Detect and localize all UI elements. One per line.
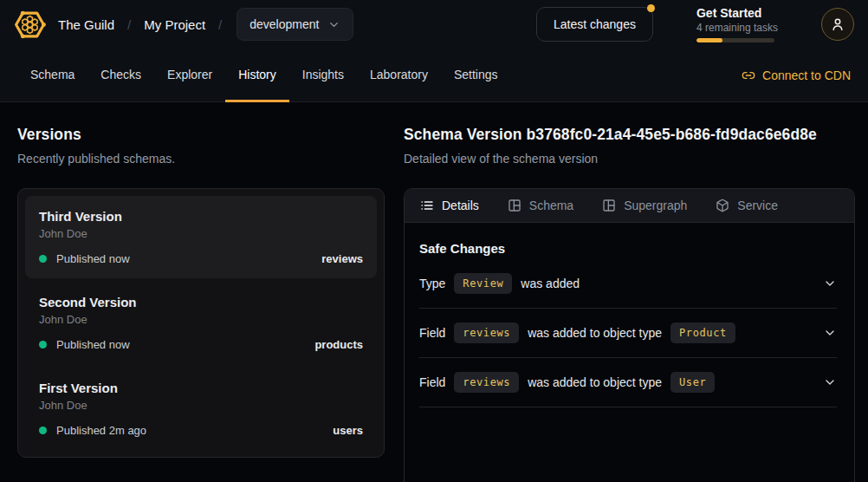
published-status-text: Published 2m ago [56,424,146,437]
schema-version-subtitle: Detailed view of the schema version [404,152,855,166]
schema-change-description: Fieldreviewswas added to object typeUser [419,372,715,393]
versions-subtitle: Recently published schemas. [17,152,385,166]
schema-version-panel: DetailsSchemaSupergraphService Safe Chan… [404,188,855,482]
version-name: Second Version [39,295,363,309]
nav-tab-history[interactable]: History [225,49,289,102]
version-item[interactable]: Third VersionJohn DoePublished nowreview… [25,196,377,278]
code-badge: reviews [454,372,519,393]
top-bar: The Guild / My Project / development Lat… [0,0,868,49]
nav-tab-schema[interactable]: Schema [17,49,87,102]
user-icon [830,16,845,32]
published-status-text: Published now [56,338,130,351]
version-item[interactable]: First VersionJohn DoePublished 2m agouse… [25,368,377,450]
link-icon [742,68,755,82]
notification-dot-icon [647,4,655,12]
progress-fill [696,38,722,42]
published-status-dot-icon [39,341,47,348]
version-status: Published 2m ago [39,424,146,437]
nav-tabs: SchemaChecksExplorerHistoryInsightsLabor… [17,49,511,101]
chevron-down-icon[interactable] [823,277,837,290]
version-meta: Published nowproducts [39,338,363,351]
panels-icon [602,199,616,212]
detail-tab-supergraph[interactable]: Supergraph [602,199,687,212]
published-status-dot-icon [39,427,47,434]
change-list: TypeReviewwas addedFieldreviewswas added… [419,259,837,407]
schema-version-title: Schema Version b3768fc0-21a4-45e5-b686-f… [404,126,855,144]
progress-bar [696,38,774,42]
hive-logo-icon[interactable] [14,9,46,41]
version-list: Third VersionJohn DoePublished nowreview… [17,188,385,458]
published-status-dot-icon [39,255,47,263]
get-started-widget[interactable]: Get Started 4 remaining tasks [696,6,778,42]
code-badge: User [670,372,715,393]
schema-change-description: Fieldreviewswas added to object typeProd… [419,322,735,343]
detail-tab-details[interactable]: Details [420,199,479,212]
version-service-name: reviews [321,252,363,265]
chevron-down-icon[interactable] [823,326,837,340]
change-text: Type [419,277,445,290]
panels-icon [508,199,521,212]
versions-column: Versions Recently published schemas. Thi… [17,126,385,482]
version-status: Published now [39,252,130,265]
version-item[interactable]: Second VersionJohn DoePublished nowprodu… [25,282,377,364]
change-text: Field [419,326,445,340]
breadcrumb-project[interactable]: My Project [144,17,205,32]
schema-change-row[interactable]: Fieldreviewswas added to object typeProd… [419,309,837,358]
detail-tab-schema[interactable]: Schema [508,199,573,212]
detail-body: Safe Changes TypeReviewwas addedFieldrev… [405,223,854,407]
versions-title: Versions [17,126,385,144]
version-name: Third Version [39,209,363,224]
schema-change-row[interactable]: TypeReviewwas added [419,259,837,309]
version-name: First Version [39,381,363,395]
change-text: was added [521,277,580,290]
detail-tab-label: Schema [529,199,573,212]
detail-tab-label: Supergraph [624,199,687,212]
breadcrumb-separator: / [218,17,222,32]
version-author: John Doe [39,227,363,240]
code-badge: reviews [454,322,519,343]
nav-tab-settings[interactable]: Settings [441,49,511,102]
safe-changes-title: Safe Changes [419,241,837,256]
version-author: John Doe [39,313,363,326]
chevron-down-icon [327,18,340,31]
breadcrumb-org[interactable]: The Guild [58,17,114,32]
breadcrumb: The Guild / My Project / development [58,8,353,41]
latest-changes-label: Latest changes [554,17,636,31]
schema-version-column: Schema Version b3768fc0-21a4-45e5-b686-f… [404,126,855,482]
version-meta: Published 2m agousers [39,424,363,437]
get-started-title: Get Started [696,6,778,20]
change-text: was added to object type [528,375,662,389]
code-badge: Review [454,273,512,294]
version-service-name: products [314,338,363,351]
header-right: Latest changes Get Started 4 remaining t… [536,6,854,42]
code-badge: Product [670,322,735,343]
chevron-down-icon[interactable] [823,375,837,389]
version-status: Published now [39,338,130,351]
version-service-name: users [333,424,363,437]
main-nav: SchemaChecksExplorerHistoryInsightsLabor… [0,49,868,102]
breadcrumb-separator: / [127,17,131,32]
version-meta: Published nowreviews [39,252,363,265]
user-avatar[interactable] [821,8,854,41]
schema-change-row[interactable]: Fieldreviewswas added to object typeUser [419,358,837,407]
nav-tab-checks[interactable]: Checks [87,49,154,102]
published-status-text: Published now [56,252,130,265]
nav-tab-insights[interactable]: Insights [289,49,357,102]
hive-app: The Guild / My Project / development Lat… [0,0,868,482]
detail-tab-label: Details [442,199,479,212]
environment-dropdown[interactable]: development [236,8,353,41]
latest-changes-button[interactable]: Latest changes [536,7,653,42]
schema-change-description: TypeReviewwas added [419,273,580,294]
version-author: John Doe [39,399,363,412]
detail-tab-label: Service [737,199,778,212]
change-text: was added to object type [528,326,662,340]
nav-tab-laboratory[interactable]: Laboratory [357,49,441,102]
get-started-subtitle: 4 remaining tasks [696,22,778,34]
nav-tab-explorer[interactable]: Explorer [154,49,225,102]
connect-to-cdn-label: Connect to CDN [762,68,851,82]
change-text: Field [419,375,445,389]
detail-tab-service[interactable]: Service [716,199,778,212]
content: Versions Recently published schemas. Thi… [0,102,868,482]
connect-to-cdn-link[interactable]: Connect to CDN [742,49,851,101]
environment-value: development [249,17,319,31]
